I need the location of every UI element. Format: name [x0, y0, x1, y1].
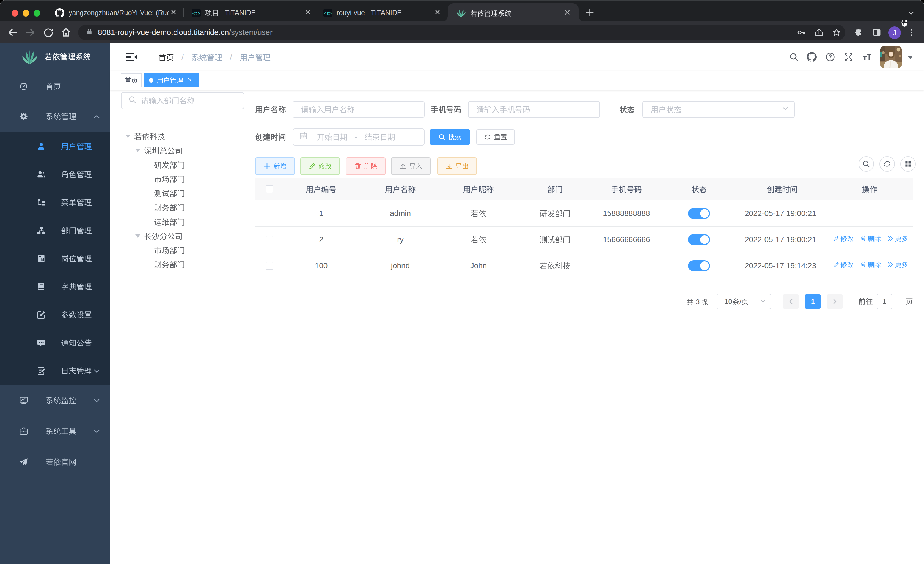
svg-text:<t>: <t> [324, 11, 332, 16]
svg-text:<t>: <t> [192, 11, 201, 16]
